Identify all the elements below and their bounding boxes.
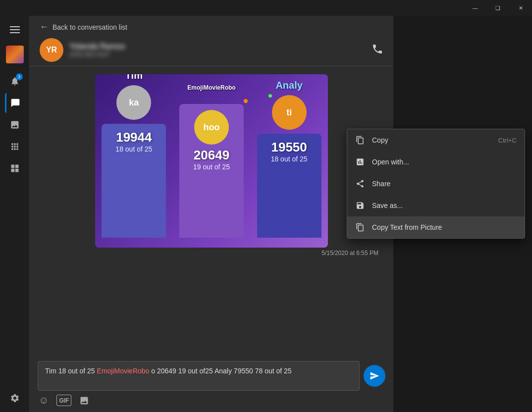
player-analy-name: Analy xyxy=(275,80,302,91)
game-content: Tim ka 19944 18 out of 25 hoo 20649 xyxy=(95,74,328,248)
game-title-label: EmojiMovieRobo xyxy=(187,84,235,91)
player-analy-outof: 18 out of 25 xyxy=(271,155,308,163)
sidebar-item-messages[interactable] xyxy=(5,93,25,113)
player-analy-score: 19550 xyxy=(271,140,307,155)
minimize-button[interactable]: — xyxy=(464,0,486,16)
save-as-label: Save as... xyxy=(372,202,517,209)
close-button[interactable]: ✕ xyxy=(509,0,532,16)
copy-text-label: Copy Text from Picture xyxy=(372,223,517,231)
contact-avatar: YR xyxy=(40,38,63,62)
title-bar: — ❑ ✕ xyxy=(0,0,532,16)
player-hoo-badge: hoo xyxy=(194,110,229,145)
share-icon xyxy=(355,179,365,189)
image-icon[interactable] xyxy=(79,395,89,406)
messages-area[interactable]: EmojiMovieRobo Tim ka 19944 18 out of 25 xyxy=(30,66,393,355)
input-box: Tim 18 out of 25 EmojiMovieRobo o 20649 … xyxy=(38,361,385,391)
sidebar: 3 xyxy=(0,16,30,412)
send-button[interactable] xyxy=(364,365,385,387)
copy-label: Copy xyxy=(372,136,491,144)
copy-icon xyxy=(355,135,365,145)
copy-shortcut: Ctrl+C xyxy=(498,137,517,144)
open-with-icon xyxy=(355,157,365,167)
context-menu: Copy Ctrl+C Open with... Share Save as..… xyxy=(347,129,525,239)
context-menu-share[interactable]: Share xyxy=(347,173,525,195)
chat-header: ← Back to conversation list YR Yolanda R… xyxy=(30,16,393,66)
hamburger-line-3 xyxy=(10,32,20,33)
avatar-image xyxy=(6,46,24,63)
player-analy-badge: ti xyxy=(272,95,307,130)
context-menu-copy-text[interactable]: Copy Text from Picture xyxy=(347,216,525,238)
contact-row: YR Yolanda Ramos (425) 882-9107 xyxy=(40,38,383,62)
context-menu-save-as[interactable]: Save as... xyxy=(347,195,525,216)
maximize-button[interactable]: ❑ xyxy=(486,0,509,16)
player-hoo: hoo 20649 19 out of 25 xyxy=(179,104,244,238)
contact-phone: (425) 882-9107 xyxy=(69,51,366,58)
player-tim-score: 19944 xyxy=(116,130,152,145)
toolbar-icons: ☺ GIF xyxy=(38,395,385,406)
sidebar-item-photos[interactable] xyxy=(5,115,25,135)
context-menu-copy[interactable]: Copy Ctrl+C xyxy=(347,129,525,151)
input-area: Tim 18 out of 25 EmojiMovieRobo o 20649 … xyxy=(30,355,393,412)
player-tim-badge: ka xyxy=(116,85,151,120)
context-menu-open-with[interactable]: Open with... xyxy=(347,151,525,173)
player-hoo-score: 20649 xyxy=(194,148,229,163)
save-as-icon xyxy=(355,201,365,210)
message-image[interactable]: EmojiMovieRobo Tim ka 19944 18 out of 25 xyxy=(95,74,328,248)
player-analy: Analy ti 19550 18 out of 25 xyxy=(257,80,321,238)
player-analy-bar: 19550 18 out of 25 xyxy=(257,134,321,238)
back-navigation[interactable]: ← Back to conversation list xyxy=(40,22,383,32)
player-tim-name: Tim xyxy=(125,74,143,81)
image-message: EmojiMovieRobo Tim ka 19944 18 out of 25 xyxy=(40,74,383,257)
title-bar-controls: — ❑ ✕ xyxy=(464,0,532,16)
message-timestamp: 5/15/2020 at 6:55 PM xyxy=(321,250,378,257)
main-content: ← Back to conversation list YR Yolanda R… xyxy=(30,16,393,412)
player-hoo-bar: hoo 20649 19 out of 25 xyxy=(179,104,244,238)
sidebar-item-apps[interactable] xyxy=(5,137,25,156)
player-tim: Tim ka 19944 18 out of 25 xyxy=(102,74,166,238)
text-input-container[interactable]: Tim 18 out of 25 EmojiMovieRobo o 20649 … xyxy=(38,361,360,391)
settings-icon[interactable] xyxy=(5,388,25,408)
back-arrow-icon: ← xyxy=(40,22,49,32)
contact-info: Yolanda Ramos (425) 882-9107 xyxy=(69,42,366,58)
sidebar-item-notifications[interactable]: 3 xyxy=(5,71,25,91)
emoji-icon[interactable]: ☺ xyxy=(39,395,49,406)
share-label: Share xyxy=(372,180,517,188)
hamburger-menu[interactable] xyxy=(5,20,25,40)
sidebar-item-grid[interactable] xyxy=(5,158,25,178)
player-hoo-outof: 19 out of 25 xyxy=(193,163,230,171)
hamburger-line-1 xyxy=(10,26,20,27)
contact-name: Yolanda Ramos xyxy=(69,42,366,51)
hamburger-line-2 xyxy=(10,29,20,30)
player-tim-outof: 18 out of 25 xyxy=(115,145,152,153)
open-with-label: Open with... xyxy=(372,158,517,166)
notification-badge: 3 xyxy=(16,73,23,80)
call-icon[interactable] xyxy=(372,43,383,57)
gif-button[interactable]: GIF xyxy=(56,395,71,406)
back-label: Back to conversation list xyxy=(53,23,127,31)
highlighted-word: EmojiMovieRobo xyxy=(97,367,150,375)
text-input-content: Tim 18 out of 25 EmojiMovieRobo o 20649 … xyxy=(45,366,352,376)
user-avatar[interactable] xyxy=(6,46,24,63)
player-tim-bar: 19944 18 out of 25 xyxy=(102,124,166,238)
copy-text-icon xyxy=(355,222,365,232)
